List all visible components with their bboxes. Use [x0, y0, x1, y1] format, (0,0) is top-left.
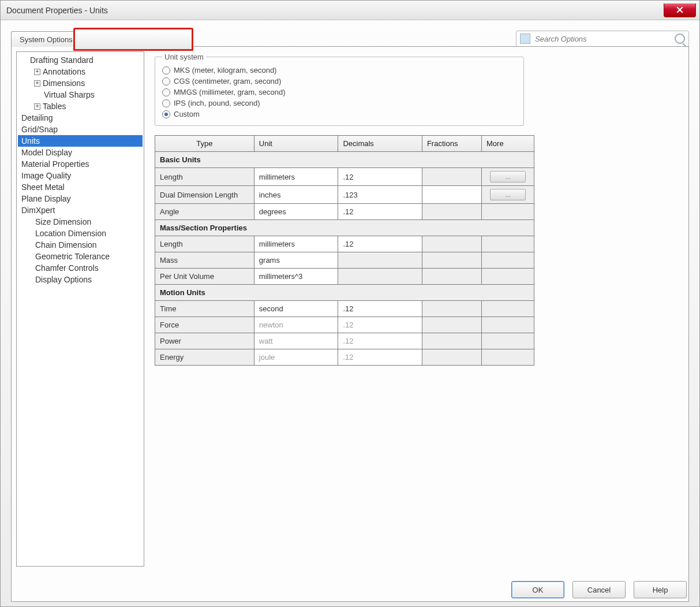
- category-tree[interactable]: Drafting Standard +Annotations +Dimensio…: [16, 51, 144, 567]
- tree-chamfer-controls[interactable]: Chamfer Controls: [18, 262, 143, 274]
- tree-model-display[interactable]: Model Display: [18, 147, 143, 158]
- dialog-body: System Options Document Properties Draft…: [1, 20, 699, 606]
- close-button[interactable]: [664, 3, 696, 17]
- tab-system-options[interactable]: System Options: [11, 31, 81, 47]
- more-button[interactable]: ...: [490, 171, 526, 183]
- tree-location-dimension[interactable]: Location Dimension: [18, 228, 143, 239]
- group-basic-units: Basic Units: [155, 152, 534, 168]
- cell-unit[interactable]: inches: [254, 186, 338, 204]
- more-button[interactable]: ...: [490, 189, 526, 200]
- search-options[interactable]: [516, 31, 689, 47]
- expand-icon[interactable]: +: [34, 69, 40, 75]
- tree-tables[interactable]: +Tables: [18, 100, 143, 112]
- tree-image-quality[interactable]: Image Quality: [18, 170, 143, 181]
- cell-unit: watt: [254, 333, 338, 349]
- cell-decimals: .12: [338, 349, 422, 366]
- cell-more: [482, 317, 534, 333]
- row-energy: Energy joule .12: [155, 349, 534, 366]
- tree-detailing[interactable]: Detailing: [18, 112, 143, 124]
- tree-material-properties[interactable]: Material Properties: [18, 158, 143, 170]
- th-decimals: Decimals: [338, 136, 422, 152]
- expand-icon[interactable]: +: [34, 103, 40, 110]
- unit-system-group: Unit system MKS (meter, kilogram, second…: [155, 53, 524, 126]
- cell-decimals[interactable]: .12: [338, 168, 422, 186]
- cell-fractions: [422, 349, 481, 366]
- cell-decimals[interactable]: .12: [338, 301, 422, 317]
- row-dual-dimension: Dual Dimension Length inches .123 ...: [155, 186, 534, 204]
- expand-icon[interactable]: +: [34, 80, 40, 87]
- cell-unit[interactable]: millimeters^3: [254, 269, 338, 285]
- cell-unit[interactable]: degrees: [254, 204, 338, 220]
- search-scope-icon: [520, 33, 530, 44]
- cell-unit[interactable]: millimeters: [254, 236, 338, 252]
- help-button[interactable]: Help: [634, 581, 687, 598]
- cell-fractions[interactable]: [422, 236, 481, 252]
- cell-fractions[interactable]: [422, 168, 481, 186]
- radio-mks[interactable]: MKS (meter, kilogram, second): [162, 65, 516, 76]
- cell-more: [482, 204, 534, 220]
- cell-more: [482, 301, 534, 317]
- ok-button[interactable]: OK: [511, 581, 564, 598]
- cell-unit[interactable]: second: [254, 301, 338, 317]
- radio-mmgs[interactable]: MMGS (millimeter, gram, second): [162, 87, 516, 98]
- dialog-window: Document Properties - Units System Optio…: [0, 0, 700, 607]
- cell-unit[interactable]: grams: [254, 252, 338, 269]
- tab-strip: System Options Document Properties: [11, 31, 168, 47]
- cell-more: [482, 236, 534, 252]
- tree-chain-dimension[interactable]: Chain Dimension: [18, 239, 143, 251]
- cell-fractions[interactable]: [422, 186, 481, 204]
- cell-decimals: .12: [338, 333, 422, 349]
- tree-virtual-sharps[interactable]: Virtual Sharps: [18, 89, 143, 100]
- tree-display-options[interactable]: Display Options: [18, 274, 143, 285]
- tree-dimxpert[interactable]: DimXpert: [18, 204, 143, 216]
- titlebar: Document Properties - Units: [1, 1, 699, 20]
- radio-custom[interactable]: Custom: [162, 109, 516, 120]
- cell-fractions[interactable]: [422, 204, 481, 220]
- radio-icon: [162, 88, 170, 96]
- group-motion-units: Motion Units: [155, 285, 534, 301]
- main-panel: Drafting Standard +Annotations +Dimensio…: [11, 46, 689, 602]
- tree-size-dimension[interactable]: Size Dimension: [18, 216, 143, 228]
- tree-drafting-standard[interactable]: Drafting Standard: [18, 54, 143, 66]
- th-fractions: Fractions: [422, 136, 481, 152]
- row-mass: Mass grams: [155, 252, 534, 269]
- radio-icon: [162, 110, 170, 118]
- radio-cgs[interactable]: CGS (centimeter, gram, second): [162, 76, 516, 87]
- cell-fractions: [422, 252, 481, 269]
- close-icon: [676, 6, 683, 13]
- cell-unit[interactable]: millimeters: [254, 168, 338, 186]
- radio-icon: [162, 66, 170, 75]
- cell-decimals[interactable]: .123: [338, 186, 422, 204]
- cell-decimals: [338, 269, 422, 285]
- cell-decimals: [338, 252, 422, 269]
- th-type: Type: [155, 136, 254, 152]
- cell-more: [482, 252, 534, 269]
- tree-sheet-metal[interactable]: Sheet Metal: [18, 181, 143, 193]
- search-input[interactable]: [534, 34, 671, 44]
- cell-fractions: [422, 317, 481, 333]
- radio-ips[interactable]: IPS (inch, pound, second): [162, 98, 516, 109]
- units-table: Type Unit Decimals Fractions More Basic …: [155, 135, 534, 366]
- tab-document-properties[interactable]: Document Properties: [81, 31, 169, 47]
- th-unit: Unit: [254, 136, 338, 152]
- cancel-button[interactable]: Cancel: [572, 581, 626, 598]
- row-time: Time second .12: [155, 301, 534, 317]
- cell-decimals[interactable]: .12: [338, 236, 422, 252]
- cell-decimals[interactable]: .12: [338, 204, 422, 220]
- cell-unit: joule: [254, 349, 338, 366]
- dialog-footer: OK Cancel Help: [511, 581, 687, 598]
- cell-decimals: .12: [338, 317, 422, 333]
- tree-dimensions[interactable]: +Dimensions: [18, 77, 143, 89]
- tree-grid-snap[interactable]: Grid/Snap: [18, 124, 143, 135]
- tree-units[interactable]: Units: [18, 135, 143, 147]
- row-length: Length millimeters .12 ...: [155, 168, 534, 186]
- tree-annotations[interactable]: +Annotations: [18, 66, 143, 77]
- radio-icon: [162, 99, 170, 107]
- tree-geometric-tolerance[interactable]: Geometric Tolerance: [18, 251, 143, 262]
- row-per-unit-volume: Per Unit Volume millimeters^3: [155, 269, 534, 285]
- content-area: Unit system MKS (meter, kilogram, second…: [155, 47, 688, 601]
- tree-plane-display[interactable]: Plane Display: [18, 193, 143, 204]
- group-mass-section: Mass/Section Properties: [155, 220, 534, 236]
- window-title: Document Properties - Units: [6, 6, 108, 15]
- table-header-row: Type Unit Decimals Fractions More: [155, 136, 534, 152]
